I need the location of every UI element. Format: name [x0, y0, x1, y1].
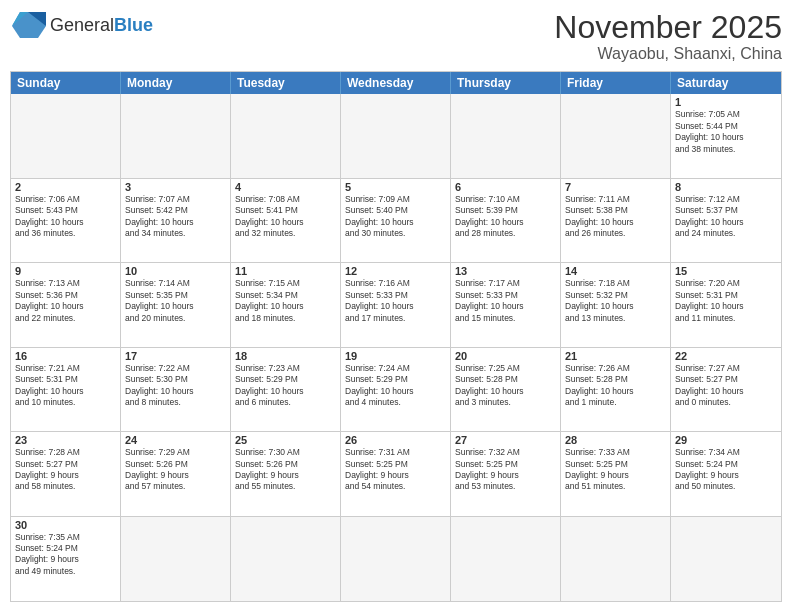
- day-info: Sunrise: 7:33 AM Sunset: 5:25 PM Dayligh…: [565, 447, 666, 493]
- day-number: 7: [565, 181, 666, 193]
- day-info: Sunrise: 7:30 AM Sunset: 5:26 PM Dayligh…: [235, 447, 336, 493]
- day-info: Sunrise: 7:35 AM Sunset: 5:24 PM Dayligh…: [15, 532, 116, 578]
- day-number: 20: [455, 350, 556, 362]
- day-info: Sunrise: 7:23 AM Sunset: 5:29 PM Dayligh…: [235, 363, 336, 409]
- day-cell: 25Sunrise: 7:30 AM Sunset: 5:26 PM Dayli…: [231, 432, 341, 515]
- day-number: 6: [455, 181, 556, 193]
- day-info: Sunrise: 7:29 AM Sunset: 5:26 PM Dayligh…: [125, 447, 226, 493]
- day-cell: 21Sunrise: 7:26 AM Sunset: 5:28 PM Dayli…: [561, 348, 671, 431]
- day-number: 24: [125, 434, 226, 446]
- day-info: Sunrise: 7:16 AM Sunset: 5:33 PM Dayligh…: [345, 278, 446, 324]
- day-cell: [451, 517, 561, 601]
- day-cell: 20Sunrise: 7:25 AM Sunset: 5:28 PM Dayli…: [451, 348, 561, 431]
- day-info: Sunrise: 7:14 AM Sunset: 5:35 PM Dayligh…: [125, 278, 226, 324]
- day-cell: [341, 517, 451, 601]
- day-headers: SundayMondayTuesdayWednesdayThursdayFrid…: [11, 72, 781, 94]
- day-number: 22: [675, 350, 777, 362]
- day-number: 26: [345, 434, 446, 446]
- logo: GeneralBlue: [10, 10, 153, 40]
- day-cell: 9Sunrise: 7:13 AM Sunset: 5:36 PM Daylig…: [11, 263, 121, 346]
- day-cell: [121, 517, 231, 601]
- day-number: 30: [15, 519, 116, 531]
- day-info: Sunrise: 7:25 AM Sunset: 5:28 PM Dayligh…: [455, 363, 556, 409]
- day-info: Sunrise: 7:10 AM Sunset: 5:39 PM Dayligh…: [455, 194, 556, 240]
- day-info: Sunrise: 7:08 AM Sunset: 5:41 PM Dayligh…: [235, 194, 336, 240]
- day-number: 10: [125, 265, 226, 277]
- calendar: SundayMondayTuesdayWednesdayThursdayFrid…: [10, 71, 782, 602]
- calendar-body: 1Sunrise: 7:05 AM Sunset: 5:44 PM Daylig…: [11, 94, 781, 601]
- day-info: Sunrise: 7:05 AM Sunset: 5:44 PM Dayligh…: [675, 109, 777, 155]
- day-number: 14: [565, 265, 666, 277]
- day-header-saturday: Saturday: [671, 72, 781, 94]
- week-row-1: 2Sunrise: 7:06 AM Sunset: 5:43 PM Daylig…: [11, 179, 781, 263]
- day-number: 15: [675, 265, 777, 277]
- day-cell: 26Sunrise: 7:31 AM Sunset: 5:25 PM Dayli…: [341, 432, 451, 515]
- day-info: Sunrise: 7:13 AM Sunset: 5:36 PM Dayligh…: [15, 278, 116, 324]
- day-info: Sunrise: 7:06 AM Sunset: 5:43 PM Dayligh…: [15, 194, 116, 240]
- day-number: 28: [565, 434, 666, 446]
- day-header-wednesday: Wednesday: [341, 72, 451, 94]
- day-cell: 17Sunrise: 7:22 AM Sunset: 5:30 PM Dayli…: [121, 348, 231, 431]
- day-cell: 10Sunrise: 7:14 AM Sunset: 5:35 PM Dayli…: [121, 263, 231, 346]
- day-cell: 16Sunrise: 7:21 AM Sunset: 5:31 PM Dayli…: [11, 348, 121, 431]
- day-cell: 30Sunrise: 7:35 AM Sunset: 5:24 PM Dayli…: [11, 517, 121, 601]
- day-header-sunday: Sunday: [11, 72, 121, 94]
- day-cell: 2Sunrise: 7:06 AM Sunset: 5:43 PM Daylig…: [11, 179, 121, 262]
- day-number: 2: [15, 181, 116, 193]
- day-cell: [341, 94, 451, 177]
- day-info: Sunrise: 7:20 AM Sunset: 5:31 PM Dayligh…: [675, 278, 777, 324]
- day-cell: [561, 94, 671, 177]
- day-info: Sunrise: 7:11 AM Sunset: 5:38 PM Dayligh…: [565, 194, 666, 240]
- day-info: Sunrise: 7:28 AM Sunset: 5:27 PM Dayligh…: [15, 447, 116, 493]
- day-cell: 12Sunrise: 7:16 AM Sunset: 5:33 PM Dayli…: [341, 263, 451, 346]
- day-info: Sunrise: 7:07 AM Sunset: 5:42 PM Dayligh…: [125, 194, 226, 240]
- day-number: 11: [235, 265, 336, 277]
- day-info: Sunrise: 7:24 AM Sunset: 5:29 PM Dayligh…: [345, 363, 446, 409]
- day-info: Sunrise: 7:12 AM Sunset: 5:37 PM Dayligh…: [675, 194, 777, 240]
- day-number: 3: [125, 181, 226, 193]
- location-title: Wayaobu, Shaanxi, China: [554, 45, 782, 63]
- day-cell: 15Sunrise: 7:20 AM Sunset: 5:31 PM Dayli…: [671, 263, 781, 346]
- day-cell: [451, 94, 561, 177]
- day-cell: 27Sunrise: 7:32 AM Sunset: 5:25 PM Dayli…: [451, 432, 561, 515]
- day-cell: 5Sunrise: 7:09 AM Sunset: 5:40 PM Daylig…: [341, 179, 451, 262]
- day-header-monday: Monday: [121, 72, 231, 94]
- day-cell: 4Sunrise: 7:08 AM Sunset: 5:41 PM Daylig…: [231, 179, 341, 262]
- logo-text: GeneralBlue: [50, 15, 153, 36]
- day-number: 25: [235, 434, 336, 446]
- day-header-friday: Friday: [561, 72, 671, 94]
- header: GeneralBlue November 2025 Wayaobu, Shaan…: [10, 10, 782, 63]
- day-number: 5: [345, 181, 446, 193]
- day-info: Sunrise: 7:27 AM Sunset: 5:27 PM Dayligh…: [675, 363, 777, 409]
- day-cell: 24Sunrise: 7:29 AM Sunset: 5:26 PM Dayli…: [121, 432, 231, 515]
- day-number: 8: [675, 181, 777, 193]
- page: GeneralBlue November 2025 Wayaobu, Shaan…: [0, 0, 792, 612]
- day-info: Sunrise: 7:21 AM Sunset: 5:31 PM Dayligh…: [15, 363, 116, 409]
- day-cell: 14Sunrise: 7:18 AM Sunset: 5:32 PM Dayli…: [561, 263, 671, 346]
- day-cell: [231, 517, 341, 601]
- day-cell: 29Sunrise: 7:34 AM Sunset: 5:24 PM Dayli…: [671, 432, 781, 515]
- day-info: Sunrise: 7:26 AM Sunset: 5:28 PM Dayligh…: [565, 363, 666, 409]
- day-cell: [671, 517, 781, 601]
- day-cell: [561, 517, 671, 601]
- day-info: Sunrise: 7:32 AM Sunset: 5:25 PM Dayligh…: [455, 447, 556, 493]
- day-info: Sunrise: 7:31 AM Sunset: 5:25 PM Dayligh…: [345, 447, 446, 493]
- day-number: 4: [235, 181, 336, 193]
- day-cell: 1Sunrise: 7:05 AM Sunset: 5:44 PM Daylig…: [671, 94, 781, 177]
- week-row-4: 23Sunrise: 7:28 AM Sunset: 5:27 PM Dayli…: [11, 432, 781, 516]
- day-cell: 13Sunrise: 7:17 AM Sunset: 5:33 PM Dayli…: [451, 263, 561, 346]
- title-block: November 2025 Wayaobu, Shaanxi, China: [554, 10, 782, 63]
- day-cell: 8Sunrise: 7:12 AM Sunset: 5:37 PM Daylig…: [671, 179, 781, 262]
- week-row-2: 9Sunrise: 7:13 AM Sunset: 5:36 PM Daylig…: [11, 263, 781, 347]
- week-row-5: 30Sunrise: 7:35 AM Sunset: 5:24 PM Dayli…: [11, 517, 781, 601]
- day-cell: [121, 94, 231, 177]
- month-title: November 2025: [554, 10, 782, 45]
- day-cell: 3Sunrise: 7:07 AM Sunset: 5:42 PM Daylig…: [121, 179, 231, 262]
- day-number: 23: [15, 434, 116, 446]
- day-cell: [11, 94, 121, 177]
- day-cell: 11Sunrise: 7:15 AM Sunset: 5:34 PM Dayli…: [231, 263, 341, 346]
- day-number: 27: [455, 434, 556, 446]
- day-info: Sunrise: 7:15 AM Sunset: 5:34 PM Dayligh…: [235, 278, 336, 324]
- day-cell: 23Sunrise: 7:28 AM Sunset: 5:27 PM Dayli…: [11, 432, 121, 515]
- day-cell: 6Sunrise: 7:10 AM Sunset: 5:39 PM Daylig…: [451, 179, 561, 262]
